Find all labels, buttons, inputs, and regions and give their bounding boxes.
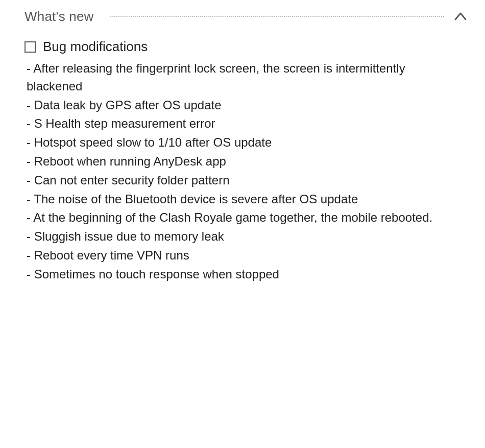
bug-modifications-checkbox[interactable] xyxy=(25,41,36,53)
section-header-bar: What's new xyxy=(0,0,485,31)
list-item: - Sometimes no touch response when stopp… xyxy=(25,266,460,284)
list-item: - Sluggish issue due to memory leak xyxy=(25,228,460,246)
bug-list: - After releasing the fingerprint lock s… xyxy=(25,60,460,284)
page-container: What's new Bug modifications - After rel… xyxy=(0,0,485,448)
collapse-button[interactable] xyxy=(452,8,469,25)
list-item: - At the beginning of the Clash Royale g… xyxy=(25,209,460,227)
list-item: - S Health step measurement error xyxy=(25,115,460,133)
bug-modifications-label: Bug modifications xyxy=(43,39,148,55)
list-item: - Can not enter security folder pattern xyxy=(25,172,460,190)
list-item: - After releasing the fingerprint lock s… xyxy=(25,60,460,96)
list-item: - Data leak by GPS after OS update xyxy=(25,97,460,114)
list-item: - The noise of the Bluetooth device is s… xyxy=(25,191,460,208)
list-item: - Hotspot speed slow to 1/10 after OS up… xyxy=(25,134,460,152)
section-content: Bug modifications - After releasing the … xyxy=(0,31,485,301)
list-item: - Reboot when running AnyDesk app xyxy=(25,153,460,171)
dotted-divider xyxy=(110,16,444,17)
list-item: - Reboot every time VPN runs xyxy=(25,247,460,265)
header-left: What's new xyxy=(25,9,452,25)
bug-modifications-header: Bug modifications xyxy=(25,39,460,55)
section-title-whats-new: What's new xyxy=(25,9,94,25)
